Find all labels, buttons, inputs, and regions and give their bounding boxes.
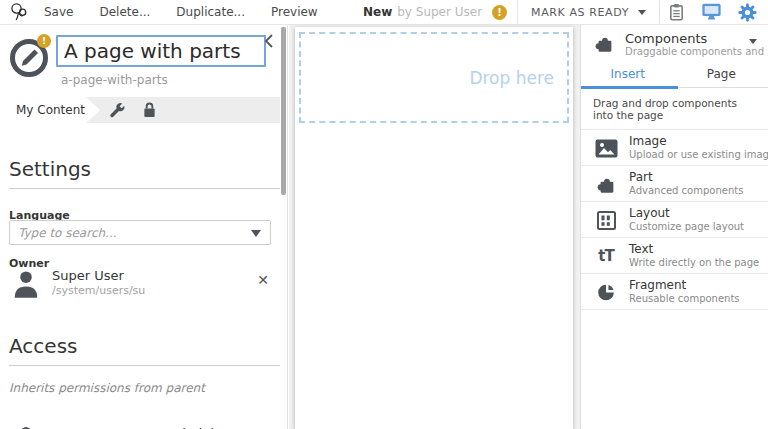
components-panel-subtitle: Draggable components and p...: [625, 46, 768, 57]
tab-my-content-label: My Content: [16, 103, 85, 117]
components-hint-text: Drag and drop components into the page: [581, 88, 768, 130]
component-item-image[interactable]: Image Upload or use existing images: [581, 130, 768, 166]
tab-page[interactable]: Page: [675, 62, 768, 87]
component-item-part[interactable]: Part Advanced components: [581, 166, 768, 202]
role-user-icon: [12, 425, 40, 429]
app-logo-icon[interactable]: [5, 0, 31, 25]
owner-path: /system/users/su: [52, 284, 145, 297]
layout-icon: [594, 209, 618, 231]
components-panel-header: Components Draggable components and p...: [581, 25, 768, 62]
page-editor-toggle-button[interactable]: [693, 0, 730, 25]
components-panel: Components Draggable components and p...…: [580, 25, 768, 429]
component-item-label: Text: [629, 242, 653, 256]
component-item-fragment[interactable]: Fragment Reusable components: [581, 274, 768, 310]
component-item-label: Fragment: [629, 278, 686, 292]
owner-name: Super User: [52, 268, 124, 283]
components-panel-title: Components: [625, 31, 707, 46]
component-item-description: Reusable components: [629, 293, 740, 304]
remove-owner-icon[interactable]: ✕: [257, 272, 269, 288]
access-role-item: Content Manager Administrator /roles/cms…: [9, 403, 273, 429]
inherits-permissions-note: Inherits permissions from parent: [9, 381, 205, 395]
chevron-down-icon: [638, 10, 646, 15]
workflow-status: New by Super User !: [353, 0, 517, 25]
workflow-warning-icon: !: [492, 5, 507, 20]
scrollbar-thumb[interactable]: [281, 27, 286, 195]
component-item-text[interactable]: tT Text Write directly on the page: [581, 238, 768, 274]
access-heading: Access: [9, 334, 287, 366]
mark-as-ready-button[interactable]: MARK AS READY: [518, 0, 659, 25]
settings-heading: Settings: [9, 157, 287, 189]
preview-button[interactable]: Preview: [258, 0, 331, 25]
page-preview-surface: Drop here: [295, 27, 573, 429]
dropzone-label: Drop here: [469, 68, 567, 88]
chevron-left-icon: [263, 33, 275, 49]
component-item-layout[interactable]: Layout Customize page layout: [581, 202, 768, 238]
gear-icon: [738, 3, 757, 22]
collapse-panel-button[interactable]: [263, 33, 275, 53]
left-panel-scrollbar[interactable]: [280, 25, 287, 429]
clipboard-icon: [668, 2, 685, 22]
wrench-icon[interactable]: [108, 101, 126, 123]
details-panel-toggle-button[interactable]: [660, 0, 693, 25]
content-path-label: a-page-with-parts: [61, 73, 168, 87]
puzzle-icon: [594, 173, 618, 195]
settings-button[interactable]: [730, 0, 768, 25]
language-search-input[interactable]: [10, 221, 270, 244]
component-item-description: Upload or use existing images: [629, 149, 768, 160]
puzzle-icon: [594, 33, 615, 58]
save-button[interactable]: Save: [31, 0, 86, 25]
owner-selected-item: Super User /system/users/su ✕: [9, 268, 273, 300]
component-item-label: Image: [629, 134, 667, 148]
lock-icon[interactable]: [142, 101, 157, 123]
component-item-label: Part: [629, 170, 653, 184]
user-icon: [11, 269, 41, 303]
dropdown-caret-icon[interactable]: [251, 230, 261, 237]
monitor-icon: [701, 2, 722, 22]
workflow-author-label: by Super User: [397, 5, 482, 19]
content-wizard-panel: ! a-page-with-parts My Content Settings …: [0, 25, 288, 429]
page-editor: Drop here: [289, 25, 580, 429]
tab-insert[interactable]: Insert: [581, 62, 675, 87]
context-tab-bar: My Content: [0, 97, 280, 123]
active-tab-indicator: [581, 86, 678, 89]
component-item-description: Customize page layout: [629, 221, 744, 232]
panel-chevron-down-icon[interactable]: [749, 39, 757, 44]
component-dropzone[interactable]: Drop here: [299, 32, 569, 123]
image-icon: [594, 137, 618, 159]
top-toolbar: Save Delete... Duplicate... Preview New …: [0, 0, 768, 25]
components-panel-tabs: Insert Page: [581, 62, 768, 88]
language-combobox[interactable]: [9, 220, 271, 245]
component-item-label: Layout: [629, 206, 670, 220]
fragment-icon: [594, 281, 618, 303]
content-title-input[interactable]: [56, 35, 266, 67]
delete-button[interactable]: Delete...: [86, 0, 163, 25]
component-item-description: Advanced components: [629, 185, 743, 196]
mark-as-ready-label: MARK AS READY: [531, 6, 629, 19]
content-warning-icon: !: [37, 34, 51, 48]
text-icon: tT: [594, 245, 618, 267]
duplicate-button[interactable]: Duplicate...: [163, 0, 258, 25]
component-item-description: Write directly on the page: [629, 257, 759, 268]
workflow-state-label: New: [363, 5, 392, 19]
